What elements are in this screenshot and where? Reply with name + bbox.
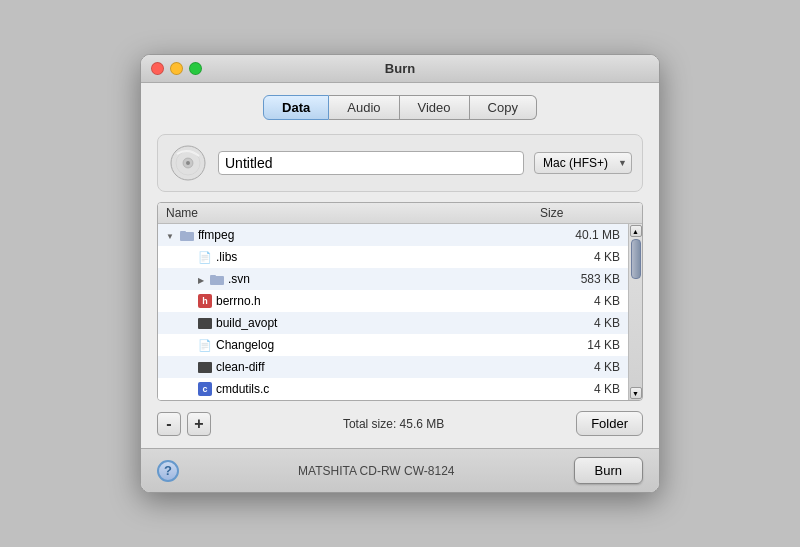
- file-name-cell: clean-diff: [178, 360, 540, 374]
- folder-icon: [210, 273, 224, 285]
- file-name-cell: 📄 .libs: [178, 250, 540, 264]
- file-name: Changelog: [216, 338, 274, 352]
- file-size: 40.1 MB: [540, 228, 620, 242]
- close-button[interactable]: [151, 62, 164, 75]
- folder-closed-icon: [198, 272, 206, 286]
- c-file-icon: c: [198, 382, 212, 396]
- doc-icon: 📄: [198, 251, 212, 264]
- tab-copy[interactable]: Copy: [470, 95, 537, 120]
- binary-file-icon: [198, 362, 212, 373]
- help-button[interactable]: ?: [157, 460, 179, 482]
- traffic-lights: [151, 62, 202, 75]
- scrollbar[interactable]: ▲ ▼: [628, 224, 642, 400]
- table-row[interactable]: 📄 .libs 4 KB: [158, 246, 628, 268]
- tab-video[interactable]: Video: [400, 95, 470, 120]
- col-name-header: Name: [166, 206, 540, 220]
- file-size: 4 KB: [540, 360, 620, 374]
- total-size-label: Total size: 45.6 MB: [217, 417, 570, 431]
- minimize-button[interactable]: [170, 62, 183, 75]
- disc-name-input[interactable]: [218, 151, 524, 175]
- table-row[interactable]: .svn 583 KB: [158, 268, 628, 290]
- file-name: berrno.h: [216, 294, 261, 308]
- table-row[interactable]: ffmpeg 40.1 MB: [158, 224, 628, 246]
- file-name: cmdutils.c: [216, 382, 269, 396]
- file-list: ffmpeg 40.1 MB 📄 .libs 4 KB: [158, 224, 628, 400]
- tab-data[interactable]: Data: [263, 95, 329, 120]
- remove-button[interactable]: -: [157, 412, 181, 436]
- file-size: 4 KB: [540, 316, 620, 330]
- scrollbar-thumb[interactable]: [631, 239, 641, 279]
- format-select-wrapper: Mac (HFS+) ISO 9660 UDF: [534, 152, 632, 174]
- file-size: 4 KB: [540, 294, 620, 308]
- binary-file-icon: [198, 318, 212, 329]
- file-size: 4 KB: [540, 250, 620, 264]
- titlebar: Burn: [141, 55, 659, 83]
- disc-row: Mac (HFS+) ISO 9660 UDF: [157, 134, 643, 192]
- file-size: 14 KB: [540, 338, 620, 352]
- folder-icon: [180, 229, 194, 241]
- tab-bar: Data Audio Video Copy: [157, 95, 643, 120]
- file-name-cell: c cmdutils.c: [178, 382, 540, 396]
- add-button[interactable]: +: [187, 412, 211, 436]
- file-size: 4 KB: [540, 382, 620, 396]
- svg-rect-5: [180, 231, 186, 233]
- bottom-bar: - + Total size: 45.6 MB Folder: [157, 411, 643, 436]
- svg-point-3: [186, 161, 190, 165]
- table-row[interactable]: c cmdutils.c 4 KB: [158, 378, 628, 400]
- table-header: Name Size: [158, 203, 642, 224]
- window-title: Burn: [385, 61, 415, 76]
- format-select[interactable]: Mac (HFS+) ISO 9660 UDF: [534, 152, 632, 174]
- doc-icon: 📄: [198, 339, 212, 352]
- scrollbar-down-button[interactable]: ▼: [630, 387, 642, 399]
- folder-open-icon: [166, 228, 176, 242]
- folder-button[interactable]: Folder: [576, 411, 643, 436]
- col-size-header: Size: [540, 206, 620, 220]
- h-file-icon: h: [198, 294, 212, 308]
- file-name: ffmpeg: [198, 228, 234, 242]
- file-name-cell: .svn: [178, 272, 540, 286]
- file-name-cell: ffmpeg: [166, 228, 540, 242]
- device-label: MATSHITA CD-RW CW-8124: [179, 464, 574, 478]
- table-row[interactable]: h berrno.h 4 KB: [158, 290, 628, 312]
- file-name: .libs: [216, 250, 237, 264]
- svg-rect-6: [210, 276, 224, 285]
- table-row[interactable]: 📄 Changelog 14 KB: [158, 334, 628, 356]
- file-name: .svn: [228, 272, 250, 286]
- table-row[interactable]: clean-diff 4 KB: [158, 356, 628, 378]
- svg-rect-4: [180, 232, 194, 241]
- svg-rect-7: [210, 275, 216, 277]
- window-body: Data Audio Video Copy Mac (HFS+): [141, 83, 659, 492]
- main-window: Burn Data Audio Video Copy: [140, 54, 660, 493]
- file-name: build_avopt: [216, 316, 277, 330]
- file-table: Name Size ffmpeg: [157, 202, 643, 401]
- file-name: clean-diff: [216, 360, 264, 374]
- scrollbar-up-button[interactable]: ▲: [630, 225, 642, 237]
- burn-button[interactable]: Burn: [574, 457, 643, 484]
- disc-icon: [168, 143, 208, 183]
- tab-audio[interactable]: Audio: [329, 95, 399, 120]
- file-name-cell: 📄 Changelog: [178, 338, 540, 352]
- file-name-cell: build_avopt: [178, 316, 540, 330]
- file-name-cell: h berrno.h: [178, 294, 540, 308]
- maximize-button[interactable]: [189, 62, 202, 75]
- file-size: 583 KB: [540, 272, 620, 286]
- status-bar: ? MATSHITA CD-RW CW-8124 Burn: [141, 448, 659, 492]
- table-row[interactable]: build_avopt 4 KB: [158, 312, 628, 334]
